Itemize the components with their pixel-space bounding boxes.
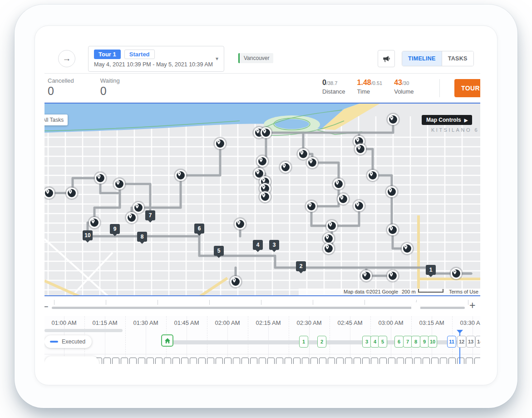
planned-task-box[interactable] — [190, 358, 197, 364]
task-marker-pin[interactable] — [66, 188, 77, 199]
task-marker-pin[interactable] — [126, 212, 137, 223]
tour-action-button[interactable]: TOUR — [454, 79, 480, 97]
timeline-stop-13[interactable]: 13 — [466, 336, 475, 348]
planned-task-box[interactable] — [172, 358, 180, 364]
planned-task-box[interactable] — [440, 358, 447, 364]
tab-tasks[interactable]: TASKS — [442, 51, 473, 66]
timeline-stop-12[interactable]: 12 — [457, 336, 466, 348]
map-canvas[interactable]: All Tasks Map Controls▶ KITSILANO 6 1234… — [44, 103, 480, 296]
tour-selector[interactable]: Tour 1 Started May 4, 2021 10:39 PM - Ma… — [88, 46, 224, 72]
zoom-slider-track[interactable] — [52, 307, 465, 309]
planned-task-box[interactable] — [164, 358, 171, 364]
task-marker-pin[interactable] — [388, 114, 399, 125]
task-marker-pin[interactable] — [261, 127, 271, 138]
task-marker-pin[interactable] — [333, 179, 344, 189]
task-marker-pin[interactable] — [133, 202, 144, 213]
terms-link[interactable]: Terms of Use — [449, 289, 478, 294]
timeline-stop-7[interactable]: 7 — [403, 336, 412, 348]
task-marker-pin[interactable] — [354, 200, 365, 211]
tab-timeline[interactable]: TIMELINE — [402, 51, 442, 66]
timeline-stop-11[interactable]: 11 — [447, 336, 456, 348]
task-marker-pin[interactable] — [386, 186, 397, 197]
task-marker-pin[interactable] — [402, 243, 413, 254]
planned-task-box[interactable] — [302, 358, 309, 364]
planned-task-box[interactable] — [129, 358, 137, 364]
task-marker-pin[interactable] — [215, 138, 226, 149]
task-marker-pin[interactable] — [367, 170, 378, 181]
map-controls-button[interactable]: Map Controls▶ — [422, 115, 472, 125]
planned-task-box[interactable] — [250, 358, 257, 364]
task-marker-pin[interactable] — [114, 179, 125, 189]
task-marker-pin[interactable] — [451, 268, 462, 279]
task-marker-pin[interactable] — [307, 157, 318, 168]
timeline-stop-14[interactable]: 14 — [475, 336, 480, 348]
depot-start-marker[interactable] — [161, 334, 173, 347]
planned-task-box[interactable] — [397, 358, 404, 364]
stop-marker-3[interactable]: 3 — [269, 240, 279, 250]
timeline-stop-8[interactable]: 8 — [411, 336, 420, 348]
planned-task-box[interactable] — [267, 358, 275, 364]
planned-task-box[interactable] — [207, 358, 214, 364]
stop-marker-10[interactable]: 10 — [83, 230, 93, 240]
depot-city-tag[interactable]: Vancouver — [238, 53, 273, 63]
stop-marker-2[interactable]: 2 — [296, 261, 306, 271]
planned-task-box[interactable] — [233, 358, 240, 364]
planned-task-box[interactable] — [379, 358, 387, 364]
task-marker-pin[interactable] — [323, 233, 334, 244]
stop-marker-8[interactable]: 8 — [137, 232, 147, 242]
planned-task-box[interactable] — [224, 358, 232, 364]
planned-task-box[interactable] — [319, 358, 326, 364]
planned-task-box[interactable] — [457, 358, 464, 364]
stop-marker-5[interactable]: 5 — [214, 246, 224, 256]
planned-task-box[interactable] — [431, 358, 438, 364]
planned-task-box[interactable] — [414, 358, 421, 364]
planned-task-box[interactable] — [285, 358, 292, 364]
planned-task-box[interactable] — [198, 358, 206, 364]
task-marker-pin[interactable] — [387, 224, 398, 235]
planned-task-box[interactable] — [474, 358, 480, 364]
planned-task-box[interactable] — [362, 358, 369, 364]
planned-task-box[interactable] — [405, 358, 413, 364]
task-marker-pin[interactable] — [387, 270, 398, 281]
planned-task-box[interactable] — [448, 358, 456, 364]
task-marker-pin[interactable] — [361, 270, 372, 281]
planned-task-box[interactable] — [147, 358, 154, 364]
timeline-stop-2[interactable]: 2 — [317, 336, 326, 348]
planned-task-box[interactable] — [423, 358, 430, 364]
planned-task-box[interactable] — [345, 358, 352, 364]
task-marker-pin[interactable] — [235, 219, 246, 229]
zoom-in-button[interactable]: + — [469, 299, 475, 312]
planned-task-box[interactable] — [259, 358, 266, 364]
task-marker-pin[interactable] — [260, 191, 271, 202]
timeline-stop-3[interactable]: 3 — [362, 336, 371, 348]
task-marker-pin[interactable] — [280, 162, 291, 173]
stop-marker-4[interactable]: 4 — [253, 240, 263, 250]
planned-task-box[interactable] — [121, 358, 128, 364]
planned-task-box[interactable] — [354, 358, 361, 364]
stop-marker-1[interactable]: 1 — [426, 265, 436, 275]
task-marker-pin[interactable] — [355, 144, 366, 154]
planned-task-box[interactable] — [293, 358, 300, 364]
timeline-scrollbar[interactable] — [44, 329, 123, 332]
planned-task-box[interactable] — [216, 358, 223, 364]
task-marker-pin[interactable] — [323, 243, 334, 254]
zoom-out-button[interactable]: − — [44, 302, 49, 312]
stop-marker-9[interactable]: 9 — [110, 224, 120, 234]
planned-task-box[interactable] — [103, 358, 111, 364]
planned-task-box[interactable] — [155, 358, 163, 364]
planned-task-box[interactable] — [328, 358, 335, 364]
announce-button[interactable] — [378, 50, 395, 67]
planned-task-box[interactable] — [138, 358, 145, 364]
planned-task-box[interactable] — [371, 358, 378, 364]
planned-task-box[interactable] — [241, 358, 249, 364]
timeline-stop-6[interactable]: 6 — [394, 336, 404, 348]
task-marker-pin[interactable] — [230, 276, 241, 287]
timeline-stop-5[interactable]: 5 — [378, 336, 387, 348]
planned-task-box[interactable] — [181, 358, 188, 364]
task-marker-pin[interactable] — [89, 217, 100, 228]
planned-task-box[interactable] — [466, 358, 473, 364]
planned-task-box[interactable] — [336, 358, 344, 364]
task-marker-pin[interactable] — [326, 220, 337, 231]
all-tasks-pill[interactable]: All Tasks — [44, 114, 68, 125]
timeline-stop-9[interactable]: 9 — [420, 336, 429, 348]
